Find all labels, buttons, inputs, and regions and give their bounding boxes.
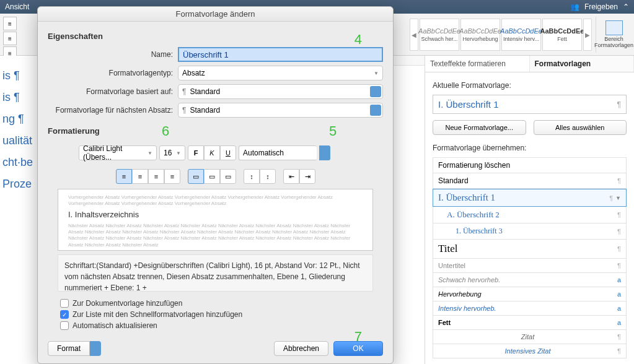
color-select[interactable]: Automatisch: [239, 145, 317, 160]
properties-header: Eigenschaften: [48, 32, 383, 41]
annotation-6: 6: [162, 123, 169, 139]
name-label: Name:: [48, 50, 178, 59]
indent-left-icon[interactable]: ≡: [3, 17, 17, 30]
indent-inc-button[interactable]: ⇥: [299, 169, 315, 184]
add-to-template-checkbox[interactable]: [60, 299, 69, 308]
style-list: Formatierung löschenStandard¶I. Überschr…: [433, 157, 627, 358]
format-menu-arrow[interactable]: [90, 341, 101, 356]
spacing-15-button[interactable]: ▭: [204, 169, 220, 184]
current-style-display[interactable]: I. Überschrift 1¶: [433, 95, 627, 114]
style-gallery-item[interactable]: AaBbCcDdEeFett: [542, 19, 582, 51]
annotation-4: 4: [354, 32, 362, 48]
based-on-label: Formatvorlage basiert auf:: [48, 87, 178, 96]
tab-text-effects[interactable]: Texteffekte formatieren: [425, 56, 530, 72]
align-right-button[interactable]: ≡: [148, 169, 164, 184]
italic-button[interactable]: K: [204, 145, 220, 160]
style-gallery-item[interactable]: AaBbCcDdEeSchwach her...: [420, 19, 459, 51]
style-list-item[interactable]: Standard¶: [433, 173, 627, 189]
style-list-item[interactable]: Formatierung löschen: [433, 158, 627, 173]
font-select[interactable]: Calibri Light (Übers...▼: [79, 145, 157, 160]
style-list-item[interactable]: Schwach hervorheb.a: [433, 273, 627, 287]
style-list-item[interactable]: Intensives Zitat¶: [433, 344, 627, 358]
align-justify-button[interactable]: ≡: [164, 169, 180, 184]
style-list-item[interactable]: Titel¶: [433, 240, 627, 259]
bold-button[interactable]: F: [188, 145, 204, 160]
space-before-dec[interactable]: ↕: [244, 169, 260, 184]
style-gallery: ◀ AaBbCcDdEeSchwach her...AaBbCcDdEeHerv…: [407, 14, 634, 56]
font-size-select[interactable]: 16▼: [159, 145, 185, 160]
spacing-2-button[interactable]: ▭: [220, 169, 236, 184]
type-select[interactable]: Absatz: [178, 66, 383, 80]
gallery-prev[interactable]: ◀: [410, 19, 418, 51]
indent-dec-button[interactable]: ⇤: [283, 169, 299, 184]
underline-button[interactable]: U: [220, 145, 236, 160]
style-list-item[interactable]: A. Überschrift 2¶: [433, 207, 627, 223]
style-list-item[interactable]: I. Überschrift 1¶▼: [433, 189, 627, 207]
style-description: Schriftart:(Standard) +Designüberschrift…: [58, 254, 373, 292]
tab-styles[interactable]: Formatvorlagen: [530, 56, 635, 72]
based-on-select[interactable]: ¶Standard: [178, 84, 383, 99]
select-all-button[interactable]: Alles auswählen: [534, 120, 627, 135]
color-dropdown-arrow[interactable]: [319, 145, 330, 160]
modify-style-dialog: Formatvorlage ändern Eigenschaften Name:…: [37, 6, 394, 364]
add-to-quickstyles-checkbox[interactable]: ✓: [60, 310, 69, 319]
current-style-label: Aktuelle Formatvorlage:: [433, 81, 627, 90]
share-button[interactable]: Freigeben: [584, 2, 618, 11]
auto-update-checkbox[interactable]: [60, 321, 69, 330]
annotation-5: 5: [329, 123, 337, 139]
styles-pane-toggle[interactable]: Bereich Formatvorlagen: [596, 17, 632, 53]
cancel-button[interactable]: Abbrechen: [274, 341, 328, 356]
pane-icon: [605, 20, 623, 35]
align-left-button[interactable]: ≡: [116, 169, 132, 184]
style-list-item[interactable]: Untertitel¶: [433, 259, 627, 273]
format-menu-button[interactable]: Format: [48, 341, 90, 356]
style-list-item[interactable]: Fetta: [433, 316, 627, 330]
spacing-1-button[interactable]: ▭: [188, 169, 204, 184]
annotation-7: 7: [354, 329, 362, 345]
align-center-button[interactable]: ≡: [132, 169, 148, 184]
share-icon: 👥: [570, 2, 579, 11]
name-input[interactable]: [178, 47, 383, 62]
style-preview: Vorhergehender Absatz Vorhergehender Abs…: [58, 189, 373, 251]
style-gallery-item[interactable]: AaBbCcDdEeIntensiv herv...: [501, 19, 541, 51]
dialog-title: Formatvorlage ändern: [38, 7, 393, 22]
space-before-inc[interactable]: ↕: [260, 169, 276, 184]
view-menu[interactable]: Ansicht: [5, 2, 29, 11]
gallery-next[interactable]: ▶: [583, 19, 592, 51]
style-gallery-item[interactable]: AaBbCcDdEeHervorhebung: [460, 19, 500, 51]
type-label: Formatvorlagentyp:: [48, 69, 178, 77]
style-list-item[interactable]: 1. Überschrift 3¶: [433, 223, 627, 240]
indent-right-icon[interactable]: ≡: [3, 32, 17, 45]
next-para-select[interactable]: ¶Standard: [178, 103, 383, 118]
new-style-button[interactable]: Neue Formatvorlage...: [433, 120, 526, 135]
apply-style-label: Formatvorlage übernehmen:: [433, 144, 627, 152]
style-list-item[interactable]: Intensiv hervorheb.a: [433, 301, 627, 316]
next-para-label: Formatvorlage für nächsten Absatz:: [48, 106, 178, 115]
style-list-item[interactable]: Hervorhebunga: [433, 287, 627, 301]
style-list-item[interactable]: Zitat¶: [433, 330, 627, 344]
chevron-up-icon[interactable]: ⌃: [623, 2, 629, 11]
styles-pane: Texteffekte formatieren Formatvorlagen A…: [425, 56, 634, 364]
